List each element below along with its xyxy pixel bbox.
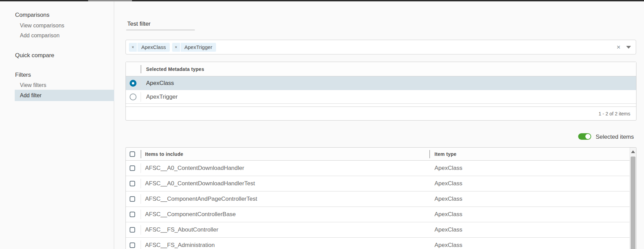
column-header-items-to-include: Items to include	[145, 151, 183, 157]
sidebar-heading-filters: Filters	[15, 72, 31, 78]
selected-items-toggle-label: Selected items	[596, 134, 634, 140]
row-checkbox[interactable]	[130, 212, 135, 217]
table-row[interactable]: AFSC__FS_AboutController ApexClass	[126, 222, 636, 238]
item-type: ApexClass	[434, 165, 462, 172]
item-name: AFSC__ComponentControllerBase	[145, 211, 236, 218]
table-row[interactable]: AFSC__A0_ContentDownloadHandlerTest Apex…	[126, 176, 636, 191]
items-header-row: Items to include Item type	[126, 148, 636, 161]
sidebar-item-quick-compare[interactable]: Quick compare	[15, 52, 54, 59]
column-divider	[141, 78, 141, 88]
selected-items-toggle[interactable]	[578, 133, 591, 140]
app-window: Comparisons View comparisons Add compari…	[0, 0, 644, 249]
column-divider	[429, 150, 430, 158]
item-type: ApexClass	[434, 211, 462, 218]
row-checkbox[interactable]	[130, 227, 135, 233]
sidebar-item-view-comparisons[interactable]: View comparisons	[20, 23, 64, 29]
row-checkbox[interactable]	[130, 181, 135, 186]
scroll-up-icon	[631, 150, 635, 153]
column-divider	[141, 240, 141, 249]
row-checkbox[interactable]	[130, 242, 135, 248]
column-divider	[141, 150, 141, 158]
chevron-down-icon[interactable]	[626, 46, 631, 49]
table-row-apexclass[interactable]: ApexClass	[126, 76, 636, 90]
sidebar-item-add-comparison[interactable]: Add comparison	[20, 33, 60, 39]
chip-apextrigger: × ApexTrigger	[172, 43, 216, 52]
metadata-types-footer: 1 - 2 of 2 items	[126, 107, 636, 120]
item-name: AFSC__A0_ContentDownloadHandler	[145, 165, 244, 172]
item-name: AFSC__FS_Administration	[145, 242, 215, 249]
metadata-type-label: ApexTrigger	[146, 94, 178, 100]
sidebar-item-add-filter[interactable]: Add filter	[15, 90, 114, 101]
item-name: AFSC__FS_AboutController	[145, 226, 218, 233]
table-row[interactable]: AFSC__ComponentAndPageControllerTest Ape…	[126, 191, 636, 207]
table-scrollbar[interactable]	[630, 148, 636, 249]
table-row[interactable]: AFSC__ComponentControllerBase ApexClass	[126, 207, 636, 222]
radio-apextrigger[interactable]	[130, 94, 136, 100]
metadata-types-table: Selected Metadata types ApexClass ApexTr…	[126, 62, 636, 121]
column-header-item-type: Item type	[434, 151, 456, 157]
column-divider	[141, 210, 141, 219]
pagination-text: 1 - 2 of 2 items	[598, 111, 630, 116]
scroll-up-button[interactable]	[630, 148, 636, 156]
table-row[interactable]: AFSC__FS_Administration ApexClass	[126, 238, 636, 249]
filter-name-input[interactable]	[126, 19, 195, 30]
column-divider	[141, 194, 141, 204]
metadata-type-label: ApexClass	[146, 80, 174, 87]
items-table: Items to include Item type AFSC__A0_Cont…	[126, 147, 636, 249]
select-all-checkbox[interactable]	[130, 151, 135, 157]
chip-remove-icon[interactable]: ×	[172, 43, 180, 52]
table-row[interactable]: AFSC__A0_ContentDownloadHandler ApexClas…	[126, 161, 636, 176]
item-type: ApexClass	[434, 242, 462, 249]
item-name: AFSC__ComponentAndPageControllerTest	[145, 196, 257, 202]
metadata-types-header-row: Selected Metadata types	[126, 62, 636, 76]
item-type: ApexClass	[434, 196, 462, 202]
column-divider	[141, 179, 141, 188]
sidebar-item-view-filters[interactable]: View filters	[20, 82, 46, 88]
sidebar-heading-comparisons: Comparisons	[15, 12, 49, 18]
radio-apexclass[interactable]	[130, 80, 136, 87]
clear-selection-icon[interactable]: ✕	[616, 44, 621, 50]
item-type: ApexClass	[434, 180, 462, 187]
column-divider	[141, 92, 141, 102]
sidebar-nav: Comparisons View comparisons Add compari…	[0, 1, 114, 249]
chip-label: ApexClass	[138, 43, 170, 52]
chip-label: ApexTrigger	[181, 43, 216, 52]
table-row-apextrigger[interactable]: ApexTrigger	[126, 90, 636, 104]
chip-apexclass: × ApexClass	[129, 43, 170, 52]
column-divider	[141, 163, 141, 173]
scrollbar-thumb[interactable]	[631, 157, 635, 249]
row-checkbox[interactable]	[130, 196, 135, 202]
item-name: AFSC__A0_ContentDownloadHandlerTest	[145, 180, 255, 187]
column-header-selected-metadata-types: Selected Metadata types	[146, 66, 204, 72]
metadata-type-select[interactable]: × ApexClass × ApexTrigger ✕	[126, 40, 636, 54]
column-divider	[141, 225, 141, 235]
chip-remove-icon[interactable]: ×	[129, 43, 137, 52]
column-divider	[141, 65, 141, 73]
row-checkbox[interactable]	[130, 165, 135, 171]
item-type: ApexClass	[434, 226, 462, 233]
